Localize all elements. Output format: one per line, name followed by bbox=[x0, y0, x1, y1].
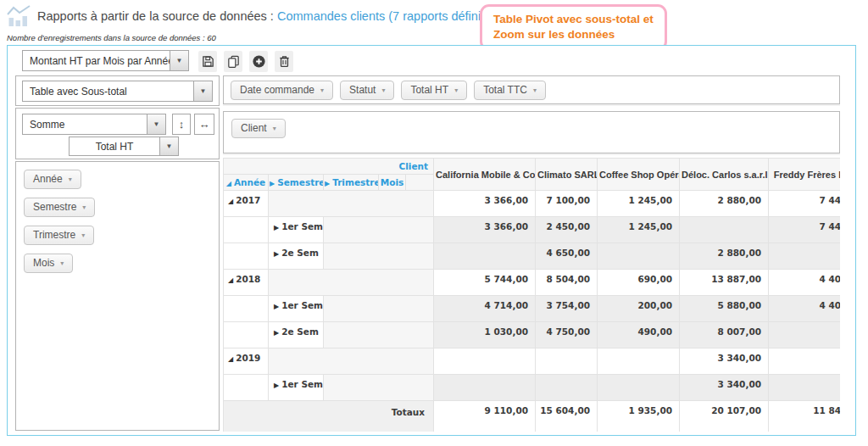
pivot-value-cell[interactable]: 8 504,00 bbox=[536, 270, 598, 296]
field-pill-label: Client bbox=[241, 122, 267, 134]
pivot-value-cell[interactable]: 690,00 bbox=[598, 270, 680, 296]
row-expander-1er-sem[interactable]: ▶1er Sem bbox=[269, 217, 324, 243]
column-field-statut[interactable]: Statut▾ bbox=[340, 81, 394, 100]
pivot-value-cell[interactable]: 7 440,00 bbox=[769, 191, 840, 217]
delete-button[interactable] bbox=[275, 51, 293, 72]
pivot-value-cell[interactable] bbox=[598, 348, 680, 375]
column-field-total-ht[interactable]: Total HT▾ bbox=[401, 81, 467, 100]
add-button[interactable] bbox=[249, 51, 268, 72]
swap-rows-button[interactable]: ↕ bbox=[172, 114, 191, 135]
pivot-value-cell[interactable]: 4 400,00 bbox=[769, 270, 840, 296]
column-field-total-ttc[interactable]: Total TTC▾ bbox=[474, 81, 546, 100]
arrow-horizontal-icon: ↔ bbox=[199, 118, 210, 131]
pivot-value-cell[interactable]: 2 880,00 bbox=[680, 191, 769, 217]
plus-circle-icon bbox=[252, 54, 266, 69]
dimension-label: Semestre bbox=[277, 177, 323, 187]
pivot-dimension-ann-e[interactable]: ◢Année bbox=[224, 175, 269, 191]
pivot-value-cell[interactable]: 3 754,00 bbox=[536, 296, 598, 322]
pivot-value-cell[interactable]: 3 366,00 bbox=[434, 217, 536, 243]
row-expander-1er-sem[interactable]: ▶1er Sem bbox=[269, 296, 324, 322]
row-expander-2e-sem[interactable]: ▶2e Sem bbox=[269, 243, 324, 270]
pivot-column-header-california-mobile-co-: California Mobile & Co. bbox=[434, 159, 536, 191]
row-header-filler bbox=[324, 296, 434, 322]
pivot-value-cell[interactable]: 4 750,00 bbox=[536, 322, 598, 348]
pivot-value-cell[interactable] bbox=[598, 375, 680, 401]
pivot-value-cell[interactable]: 4 400,00 bbox=[769, 296, 840, 322]
field-pill-row: Trimestre▾ bbox=[24, 226, 101, 245]
pivot-value-cell[interactable]: 3 366,00 bbox=[434, 191, 536, 217]
pivot-value-cell[interactable]: 490,00 bbox=[598, 322, 680, 348]
pivot-value-cell[interactable]: 5 744,00 bbox=[434, 270, 536, 296]
pivot-value-cell[interactable]: 20 107,00 bbox=[680, 401, 769, 432]
pivot-value-cell[interactable]: 11 840,00 bbox=[769, 401, 840, 432]
pivot-value-cell[interactable]: 13 887,00 bbox=[680, 270, 769, 296]
collapsed-triangle-icon: ▶ bbox=[274, 382, 279, 389]
pivot-value-cell[interactable]: 3 340,00 bbox=[680, 375, 769, 401]
pivot-value-cell[interactable]: 9 110,00 bbox=[434, 401, 536, 432]
pivot-value-cell[interactable] bbox=[434, 243, 536, 270]
row-expander-2018[interactable]: ◢2018 bbox=[224, 270, 269, 296]
aggregate-value: Somme bbox=[23, 114, 147, 134]
pivot-value-cell[interactable]: 4 650,00 bbox=[536, 243, 598, 270]
pivot-row-sem: ▶2e Sem4 650,002 880,00 bbox=[224, 243, 841, 270]
row-label: 2e Sem bbox=[281, 326, 319, 337]
pivot-value-cell[interactable]: 2 880,00 bbox=[680, 243, 769, 270]
pivot-value-cell[interactable]: 200,00 bbox=[598, 296, 680, 322]
pivot-value-cell[interactable]: 5 880,00 bbox=[680, 296, 769, 322]
row-expander-2019[interactable]: ◢2019 bbox=[224, 348, 269, 375]
report-select[interactable]: Montant HT par Mois par Année ▼ bbox=[22, 50, 189, 71]
pivot-value-cell[interactable]: 2 450,00 bbox=[536, 217, 598, 243]
display-type-select[interactable]: Table avec Sous-total ▼ bbox=[22, 81, 213, 102]
pivot-value-cell[interactable] bbox=[769, 243, 840, 270]
pivot-value-cell[interactable] bbox=[536, 348, 598, 375]
copy-button[interactable] bbox=[224, 51, 242, 72]
save-button[interactable] bbox=[198, 51, 217, 72]
aggregate-select[interactable]: Somme ▼ bbox=[22, 114, 166, 135]
swap-columns-button[interactable]: ↔ bbox=[194, 114, 214, 135]
pivot-value-cell[interactable] bbox=[769, 322, 840, 348]
field-pill-label: Semestre bbox=[33, 201, 76, 213]
pivot-value-cell[interactable]: 7 100,00 bbox=[536, 191, 598, 217]
pivot-value-cell[interactable] bbox=[598, 243, 680, 270]
pivot-value-cell[interactable]: 3 340,00 bbox=[680, 348, 769, 375]
pivot-value-cell[interactable]: 7 440,00 bbox=[769, 217, 840, 243]
row-field-semestre[interactable]: Semestre▾ bbox=[24, 198, 95, 217]
pivot-value-cell[interactable]: 4 714,00 bbox=[434, 296, 536, 322]
column-field-date-commande[interactable]: Date commande▾ bbox=[231, 81, 333, 100]
pivot-value-cell[interactable]: 1 245,00 bbox=[598, 217, 680, 243]
row-label: 1er Sem bbox=[281, 221, 323, 231]
pivot-value-cell[interactable]: 8 007,00 bbox=[680, 322, 769, 348]
row-expander-1er-sem[interactable]: ▶1er Sem bbox=[269, 375, 324, 401]
pivot-value-cell[interactable]: 15 604,00 bbox=[536, 401, 598, 432]
row-field-mois[interactable]: Mois▾ bbox=[24, 254, 73, 273]
field-pill-label: Année bbox=[33, 173, 63, 185]
aggregate-box: Somme ▼ ↕ ↔ Total HT ▼ bbox=[15, 108, 220, 159]
row-field-trimestre[interactable]: Trimestre▾ bbox=[24, 226, 94, 245]
row-expander-2017[interactable]: ◢2017 bbox=[224, 191, 269, 217]
annotation-line1: Table Pivot avec sous-total et bbox=[493, 12, 654, 27]
pivot-dimension-mois[interactable]: Mois bbox=[379, 175, 406, 191]
chevron-down-icon: ▾ bbox=[381, 86, 385, 94]
pivot-value-cell[interactable]: 1 245,00 bbox=[598, 191, 680, 217]
row-field-ann-e[interactable]: Année▾ bbox=[24, 170, 81, 189]
pivot-value-cell[interactable] bbox=[769, 375, 840, 401]
chevron-down-icon: ▼ bbox=[170, 51, 188, 70]
row-header-empty bbox=[224, 296, 269, 322]
pivot-dimension-semestre[interactable]: ▶Semestre bbox=[269, 175, 324, 191]
pivot-value-cell[interactable]: 1 935,00 bbox=[598, 401, 680, 432]
row-header-filler bbox=[324, 243, 434, 270]
measure-select[interactable]: Total HT ▼ bbox=[69, 137, 179, 156]
datasource-link[interactable]: Commandes clients (7 rapports définis) bbox=[277, 9, 491, 23]
pivot-value-cell[interactable] bbox=[769, 348, 840, 375]
pivot-dimension-trimestre[interactable]: ▶Trimestre bbox=[324, 175, 379, 191]
pivot-value-cell[interactable] bbox=[680, 217, 769, 243]
row-label: 2019 bbox=[236, 353, 260, 363]
filter-field-client[interactable]: Client▾ bbox=[231, 119, 286, 138]
pivot-value-cell[interactable] bbox=[434, 375, 536, 401]
pivot-value-cell[interactable]: 1 030,00 bbox=[434, 322, 536, 348]
pivot-value-cell[interactable] bbox=[434, 348, 536, 375]
chart-icon bbox=[7, 4, 31, 28]
display-type-value: Table avec Sous-total bbox=[23, 81, 193, 101]
row-expander-2e-sem[interactable]: ▶2e Sem bbox=[269, 322, 324, 348]
pivot-value-cell[interactable] bbox=[536, 375, 598, 401]
